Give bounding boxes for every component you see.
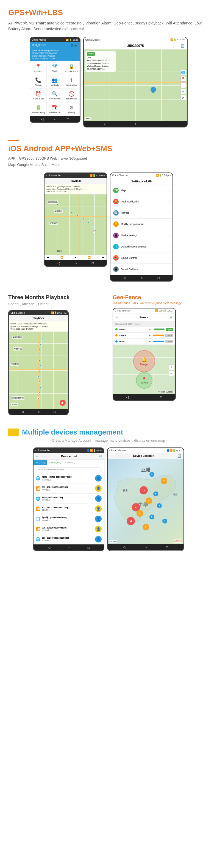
tab-offline[interactable]: Offline (3): [63, 460, 77, 465]
cluster-4[interactable]: 5: [153, 491, 158, 496]
loc-top: China Telecom 🔵📶🔋16:47: [108, 448, 184, 453]
settings-item-callback[interactable]: 📱 Sound Callback ›: [111, 264, 173, 275]
globe-icon-6: 📶: [36, 527, 40, 531]
list-item[interactable]: 📶 620_296[359339075529] 100% 稳上 👤: [33, 524, 104, 534]
pickup-icon: 📞: [35, 77, 41, 83]
playback-subtitle: Speed，Mileage，Height: [8, 302, 104, 307]
tab-all[interactable]: All (1000): [33, 460, 47, 465]
menu-alarm[interactable]: ⏰ Alarm clock: [30, 89, 47, 102]
recents-pb[interactable]: □: [92, 261, 94, 265]
menu-setting[interactable]: ⚙ Setting: [63, 102, 80, 116]
back-pb2[interactable]: ◁: [21, 410, 24, 414]
playback-top-bar: China Mobile 📶🔋3:09 PM: [44, 173, 106, 178]
app-banner: Global Skinds Multiple Location GPS/WiFi…: [30, 48, 80, 61]
pb2-bottom: ◁ ○ □: [9, 409, 68, 415]
list-item[interactable]: 📶 353_4143[359339075741] 96% 稳上 👤: [33, 504, 104, 514]
geo-title: Geo-Fence: [113, 294, 209, 301]
cluster-9[interactable]: 6: [149, 515, 154, 520]
cluster-12[interactable]: 7: [143, 524, 149, 530]
map-globe-btn[interactable]: 🌐: [181, 70, 186, 75]
settings-item-map[interactable]: 🗺 Map ›: [111, 185, 173, 196]
play-btn[interactable]: ▶: [60, 400, 66, 406]
cluster-10[interactable]: 11: [127, 517, 135, 525]
settings-item-upload[interactable]: ⬆ Upload interval settings ›: [111, 241, 173, 252]
top-bar-right: China Mobile 📶 🔋 4:08 PM: [84, 37, 187, 42]
office-slider[interactable]: [153, 341, 164, 342]
menu-security[interactable]: 🔒 security scope: [63, 61, 80, 75]
fence-zoom-out[interactable]: −: [169, 371, 174, 376]
cluster-8[interactable]: 9: [136, 510, 143, 517]
recents-fence[interactable]: □: [160, 395, 162, 399]
list-item[interactable]: 🌐 海普3（国家）[359339075796] 100% 稳上 👤: [33, 473, 104, 484]
list-item[interactable]: 🌐 第一场-- [359339075697] 22% 稳上 👤: [33, 514, 104, 524]
power-icon: 🔋: [35, 105, 41, 111]
back-st[interactable]: ◁: [123, 276, 126, 280]
menu-power-saving[interactable]: 🔋 Power saving: [30, 102, 47, 116]
back-btn-r[interactable]: ◁: [103, 122, 106, 126]
back-loc[interactable]: ◁: [123, 545, 125, 549]
menu-position[interactable]: 📍 Position: [30, 61, 47, 75]
dl-back[interactable]: ←: [36, 454, 39, 458]
fence-map: 🔔 Danger 📍 Safety + −: [113, 345, 175, 394]
cluster-5[interactable]: 8: [146, 497, 152, 504]
map-zoom-in[interactable]: +: [181, 83, 186, 88]
home-loc[interactable]: ○: [145, 545, 147, 549]
home-pb2[interactable]: ○: [38, 410, 39, 414]
home-fence[interactable]: ○: [144, 395, 145, 399]
settings-item-refresh[interactable]: 🔄 Refresh ›: [111, 207, 173, 219]
home-btn-r[interactable]: ○: [134, 122, 136, 126]
cluster-11[interactable]: 3: [162, 519, 167, 524]
phone-bottom-bar-right: ◁ ○ □: [84, 121, 187, 127]
home-btn[interactable]: ○: [54, 117, 56, 121]
recents-btn[interactable]: □: [67, 117, 69, 121]
back-dl[interactable]: ◁: [48, 546, 50, 549]
settings-item-sound[interactable]: 🔊 Sound Control ›: [111, 252, 173, 264]
map-navigate-btn[interactable]: ➤: [181, 95, 186, 100]
globe-icon-5: 🌐: [36, 517, 40, 521]
list-item[interactable]: 🌐 4498[359339075744] 38% 稳上 👤: [33, 494, 104, 504]
school-close-btn[interactable]: Close: [165, 334, 173, 337]
settings-item-password[interactable]: 🔑 Modify the password ›: [111, 219, 173, 230]
recents-st[interactable]: □: [158, 276, 160, 280]
menu-contacts[interactable]: 👥 contacts: [47, 75, 63, 89]
back-fence[interactable]: ◁: [126, 395, 129, 399]
list-item[interactable]: 🌐 620_28290[359339075528] 100% 稳上 👤: [33, 534, 104, 545]
home-dl[interactable]: ○: [68, 546, 70, 549]
pb2-header: Playback: [9, 315, 68, 321]
recents-btn-r[interactable]: □: [165, 122, 167, 126]
back-pb[interactable]: ◁: [57, 261, 60, 265]
fence-zoom-in[interactable]: +: [169, 365, 174, 370]
menu-track[interactable]: 🗺 Track: [47, 61, 63, 75]
map-locate-btn[interactable]: 📍: [181, 76, 186, 82]
home-st[interactable]: ○: [141, 276, 143, 280]
settings-item-shake[interactable]: 📳 Shake Settings ›: [111, 230, 173, 241]
dl-bottom: ◁ ○ □: [33, 545, 104, 551]
map-header: ← 359339075 🔄: [84, 42, 187, 50]
menu-find-device[interactable]: 🔍 Find device: [47, 89, 63, 102]
menu-pickup[interactable]: 📞 Pickup: [30, 75, 47, 89]
menu-not-disturb[interactable]: 🚫 Not disturb: [63, 89, 80, 102]
settings-item-push[interactable]: 🔔 Push Notification ›: [111, 196, 173, 207]
menu-attendance[interactable]: 📅 Attendance: [47, 102, 63, 116]
device-search-input[interactable]: [36, 467, 102, 472]
recents-pb2[interactable]: □: [54, 410, 56, 414]
loc-refresh[interactable]: 🔄: [178, 454, 181, 458]
office-close-btn[interactable]: Close: [165, 340, 173, 343]
password-icon: 🔑: [113, 221, 119, 227]
menu-information[interactable]: ℹ Information: [63, 75, 80, 89]
dl-header: ← Device List All: [33, 453, 104, 460]
list-item[interactable]: 📶 303_4621[359339075746] 75% 稳上 👤: [33, 484, 104, 494]
tab-online[interactable]: Online(997): [47, 460, 63, 465]
back-btn[interactable]: ◁: [41, 117, 43, 121]
map-zoom-out[interactable]: −: [181, 89, 186, 94]
recents-loc[interactable]: □: [166, 545, 168, 549]
home-open-btn[interactable]: Open: [166, 328, 173, 331]
home-slider[interactable]: [154, 329, 164, 330]
school-slider[interactable]: [153, 335, 164, 336]
pb2-map: 深圳市镇面 华府市场 中南花园 滨海时代广场 100m ▶: [9, 332, 68, 409]
home-pb[interactable]: ○: [75, 261, 76, 265]
fence-check[interactable]: ✓: [169, 315, 173, 320]
globe-icon-4: 📶: [36, 506, 40, 511]
cluster-1[interactable]: 3: [149, 472, 154, 477]
recents-dl[interactable]: □: [88, 546, 90, 549]
